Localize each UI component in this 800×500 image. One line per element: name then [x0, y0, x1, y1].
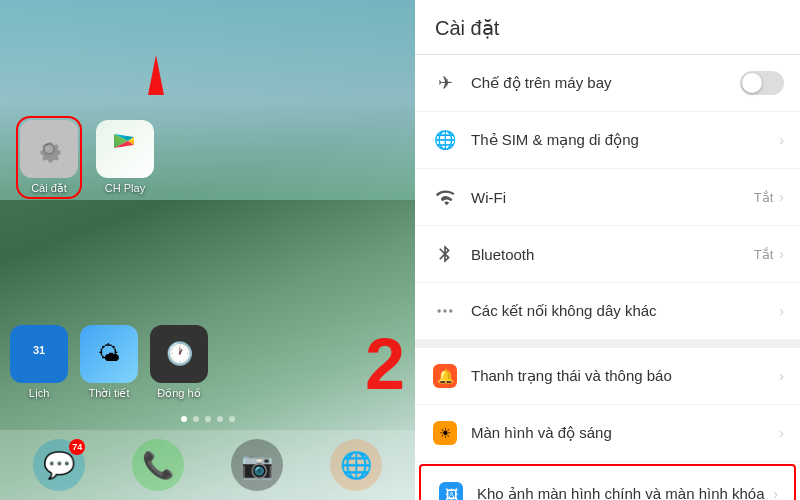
more-connections-icon — [431, 297, 459, 325]
section-divider-1 — [415, 340, 800, 348]
dot-1 — [181, 416, 187, 422]
settings-red-border — [16, 116, 82, 199]
more-connections-chevron-icon: › — [779, 303, 784, 319]
wallpaper-chevron-area: › — [773, 486, 778, 500]
notification-label: Thanh trạng thái và thông báo — [471, 367, 779, 385]
calendar-app-icon[interactable]: 31 Lịch — [10, 325, 68, 400]
settings-header: Cài đặt — [415, 0, 800, 55]
wifi-chevron-icon: › — [779, 189, 784, 205]
bluetooth-chevron-icon: › — [779, 246, 784, 262]
settings-app-icon[interactable]: Cài đặt — [20, 120, 78, 195]
phone-dock-icon[interactable]: 📞 — [132, 439, 184, 491]
wallpaper-icon: 🖼 — [437, 480, 465, 500]
app-dock: 💬 74 📞 📷 🌐 — [0, 430, 415, 500]
sim-chevron-icon: › — [779, 132, 784, 148]
settings-item-display[interactable]: ☀ Màn hình và độ sáng › — [415, 405, 800, 462]
sim-chevron-area: › — [779, 132, 784, 148]
clock-app-icon[interactable]: 🕐 Đồng hồ — [150, 325, 208, 400]
messages-badge: 74 — [69, 439, 85, 455]
clock-icon-box: 🕐 — [150, 325, 208, 383]
svg-point-6 — [443, 309, 446, 312]
chrome-dock-icon[interactable]: 🌐 — [330, 439, 382, 491]
wifi-right-area: Tắt › — [754, 189, 784, 205]
airplane-toggle[interactable] — [740, 71, 784, 95]
settings-item-bluetooth[interactable]: Bluetooth Tắt › — [415, 226, 800, 283]
background — [0, 0, 415, 500]
notification-icon: 🔔 — [431, 362, 459, 390]
page-dots — [0, 416, 415, 422]
dot-3 — [205, 416, 211, 422]
bluetooth-value: Tắt — [754, 247, 774, 262]
wifi-icon — [431, 183, 459, 211]
settings-item-airplane[interactable]: ✈ Chế độ trên máy bay — [415, 55, 800, 112]
display-label: Màn hình và độ sáng — [471, 424, 779, 442]
dot-2 — [193, 416, 199, 422]
clock-app-label: Đồng hồ — [157, 387, 200, 400]
settings-item-wallpaper[interactable]: 🖼 Kho ảnh màn hình chính và màn hình khó… — [419, 464, 796, 500]
display-chevron-area: › — [779, 425, 784, 441]
bluetooth-label: Bluetooth — [471, 246, 754, 263]
sim-icon: 🌐 — [431, 126, 459, 154]
weather-icon-box: 🌤 — [80, 325, 138, 383]
top-app-row: Cài đặt — [20, 120, 154, 195]
settings-item-more-connections[interactable]: Các kết nối không dây khác › — [415, 283, 800, 340]
settings-item-sim[interactable]: 🌐 Thẻ SIM & mạng di động › — [415, 112, 800, 169]
step-number-2: 2 — [365, 328, 405, 400]
display-chevron-icon: › — [779, 425, 784, 441]
bluetooth-icon — [431, 240, 459, 268]
arrow-indicator — [148, 55, 164, 95]
settings-list: ✈ Chế độ trên máy bay 🌐 Thẻ SIM & mạng d… — [415, 55, 800, 500]
wallpaper-chevron-icon: › — [773, 486, 778, 500]
notification-chevron-icon: › — [779, 368, 784, 384]
playstore-icon — [108, 132, 142, 166]
calendar-app-label: Lịch — [29, 387, 50, 400]
more-connections-chevron-area: › — [779, 303, 784, 319]
weather-app-icon[interactable]: 🌤 Thời tiết — [80, 325, 138, 400]
settings-item-wifi[interactable]: Wi-Fi Tắt › — [415, 169, 800, 226]
calendar-icon-box: 31 — [10, 325, 68, 383]
more-connections-label: Các kết nối không dây khác — [471, 302, 779, 320]
wifi-value: Tắt — [754, 190, 774, 205]
svg-point-7 — [449, 309, 452, 312]
settings-item-notification[interactable]: 🔔 Thanh trạng thái và thông báo › — [415, 348, 800, 405]
bottom-app-row: 31 Lịch 🌤 Thời tiết 🕐 Đồng hồ — [10, 325, 208, 400]
playstore-icon-box — [96, 120, 154, 178]
playstore-app-label: CH Play — [105, 182, 145, 194]
airplane-toggle-area[interactable] — [740, 71, 784, 95]
camera-dock-icon[interactable]: 📷 — [231, 439, 283, 491]
settings-panel: Cài đặt ✈ Chế độ trên máy bay 🌐 Thẻ SIM … — [415, 0, 800, 500]
wifi-label: Wi-Fi — [471, 189, 754, 206]
display-icon: ☀ — [431, 419, 459, 447]
svg-point-5 — [438, 309, 441, 312]
airplane-icon: ✈ — [431, 69, 459, 97]
notification-chevron-area: › — [779, 368, 784, 384]
weather-app-label: Thời tiết — [89, 387, 130, 400]
dot-4 — [217, 416, 223, 422]
airplane-label: Chế độ trên máy bay — [471, 74, 740, 92]
bluetooth-right-area: Tắt › — [754, 246, 784, 262]
wallpaper-label: Kho ảnh màn hình chính và màn hình khóa — [477, 485, 773, 500]
homescreen: Cài đặt — [0, 0, 415, 500]
sim-label: Thẻ SIM & mạng di động — [471, 131, 779, 149]
playstore-app-icon[interactable]: CH Play — [96, 120, 154, 195]
dot-5 — [229, 416, 235, 422]
settings-title: Cài đặt — [435, 16, 780, 40]
messages-dock-icon[interactable]: 💬 74 — [33, 439, 85, 491]
